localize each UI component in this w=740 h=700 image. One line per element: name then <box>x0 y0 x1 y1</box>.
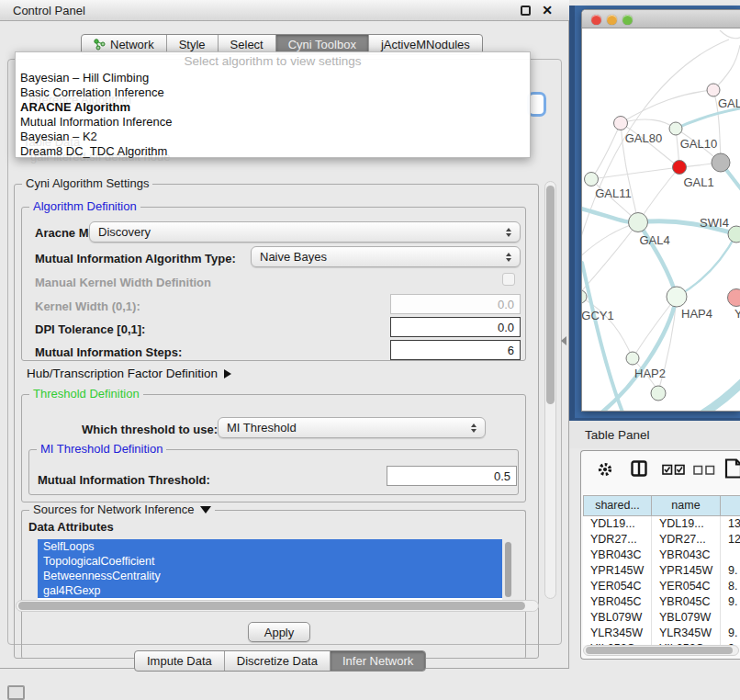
kernel-width-input[interactable]: 0.0 <box>390 294 521 314</box>
table-cell[interactable]: YER054C <box>652 579 721 594</box>
network-window-titlebar[interactable] <box>582 10 740 28</box>
table-cell[interactable]: YLR345W <box>652 626 721 641</box>
network-node[interactable] <box>626 352 639 365</box>
network-node[interactable] <box>728 289 740 307</box>
which-threshold-select[interactable]: MI Threshold <box>218 417 486 438</box>
column-header-a[interactable]: A <box>721 495 740 516</box>
table-cell[interactable]: YBL079W <box>652 610 721 626</box>
close-window-icon[interactable] <box>591 15 601 25</box>
which-threshold-label: Which threshold to use: <box>82 423 218 436</box>
table-cell[interactable]: YPR145W <box>652 563 721 579</box>
table-cell[interactable]: 12 <box>721 532 740 548</box>
table-cell[interactable]: YLR345W <box>583 626 652 641</box>
algorithm-options: Bayesian – Hill ClimbingBasic Correlatio… <box>16 71 530 159</box>
table-cell[interactable]: YBR043C <box>652 548 721 563</box>
network-node[interactable] <box>728 226 740 243</box>
table-row[interactable]: YBR043CYBR043C <box>583 548 740 563</box>
chevron-down-icon[interactable] <box>200 506 211 514</box>
column-header-shared-name[interactable]: shared... <box>583 495 652 516</box>
expander-label: Hub/Transcription Factor Definition <box>27 367 218 380</box>
tab-discretize-data[interactable]: Discretize Data <box>224 651 330 671</box>
table-cell[interactable]: 13 <box>721 516 740 532</box>
table-cell[interactable]: 9. <box>721 594 740 610</box>
table-row[interactable]: YLR345WYLR345W9. <box>583 626 740 641</box>
dpi-tolerance-input[interactable]: 0.0 <box>390 317 521 337</box>
hub-definition-expander[interactable]: Hub/Transcription Factor Definition <box>27 367 231 380</box>
algorithm-option[interactable]: Mutual Information Inference <box>16 115 530 130</box>
close-icon[interactable]: ✕ <box>542 3 553 17</box>
table-cell[interactable]: YDR27... <box>583 532 652 548</box>
network-canvas[interactable]: GALGAL80GAL10GAL1GAL11SWI4GAL4GCY1HAP4YH… <box>582 28 740 412</box>
docked-panel-icon[interactable] <box>7 685 25 700</box>
table-cell[interactable]: 9. <box>721 563 740 579</box>
network-node[interactable] <box>712 153 730 172</box>
splitter-collapse-arrow-icon[interactable] <box>561 336 566 345</box>
attribute-list-item[interactable]: gal4RGexp <box>38 583 502 598</box>
table-cell[interactable] <box>721 610 740 626</box>
select-all-icon[interactable] <box>662 464 686 475</box>
network-node[interactable] <box>629 213 648 232</box>
table-row[interactable]: YDR27...YDR27...12 <box>583 532 740 548</box>
settings-vertical-scrollbar[interactable] <box>544 181 556 599</box>
group-title: Algorithm Definition <box>29 199 140 213</box>
table-row[interactable]: YBR045CYBR045C9. <box>583 594 740 610</box>
network-icon <box>94 39 106 51</box>
table-panel-title: Table Panel <box>585 428 650 442</box>
table-cell[interactable]: 9. <box>721 626 740 641</box>
column-view-icon[interactable] <box>631 460 647 477</box>
list-scrollbar[interactable] <box>504 541 512 596</box>
float-icon[interactable] <box>521 6 531 16</box>
manual-kernel-checkbox[interactable] <box>502 273 515 286</box>
table-row[interactable]: YER054CYER054C8. <box>583 579 740 594</box>
tab-label: Infer Network <box>342 654 413 668</box>
mi-algorithm-type-select[interactable]: Naive Bayes <box>251 246 521 267</box>
table-cell[interactable]: YER054C <box>583 579 652 594</box>
settings-horizontal-scrollbar[interactable] <box>16 600 539 612</box>
table-cell[interactable]: YDL19... <box>652 516 721 532</box>
tab-impute-data[interactable]: Impute Data <box>135 651 224 671</box>
network-node[interactable] <box>673 161 687 175</box>
table-cell[interactable]: YBL079W <box>583 610 652 626</box>
attribute-list-item[interactable]: SelfLoops <box>38 539 502 554</box>
tab-infer-network[interactable]: Infer Network <box>330 651 425 671</box>
network-node[interactable] <box>582 290 587 303</box>
attribute-list-item[interactable]: BetweennessCentrality <box>38 569 502 583</box>
network-node[interactable] <box>614 117 628 130</box>
table-cell[interactable]: YBR045C <box>583 594 652 610</box>
network-node[interactable] <box>667 287 687 307</box>
table-body[interactable]: YDL19...YDL19...13YDR27...YDR27...12YBR0… <box>583 516 740 645</box>
network-node[interactable] <box>585 173 599 186</box>
table-cell[interactable]: YBR043C <box>583 548 652 563</box>
attribute-list-item[interactable]: TopologicalCoefficient <box>38 554 502 569</box>
mi-type-label: Mutual Information Algorithm Type: <box>35 252 236 265</box>
table-cell[interactable]: YDR27... <box>652 532 721 548</box>
table-cell[interactable] <box>721 548 740 563</box>
network-node[interactable] <box>669 122 682 135</box>
table-row[interactable]: YBL079WYBL079W <box>583 610 740 626</box>
aracne-mode-select[interactable]: Discovery <box>89 221 521 243</box>
page-icon[interactable] <box>724 458 740 479</box>
maximize-window-icon[interactable] <box>622 15 633 25</box>
algorithm-option[interactable]: Bayesian – K2 <box>16 130 530 144</box>
minimize-window-icon[interactable] <box>607 15 617 25</box>
data-attributes-list[interactable]: SelfLoopsTopologicalCoefficientBetweenne… <box>38 539 502 600</box>
table-row[interactable]: YPR145WYPR145W9. <box>583 563 740 579</box>
table-cell[interactable]: 8. <box>721 579 740 594</box>
data-attributes-label: Data Attributes <box>28 520 114 534</box>
table-cell[interactable]: YPR145W <box>583 563 652 579</box>
apply-button[interactable]: Apply <box>248 622 310 642</box>
gear-icon[interactable] <box>597 461 613 478</box>
table-row[interactable]: YDL19...YDL19...13 <box>583 516 740 532</box>
algorithm-option[interactable]: Bayesian – Hill Climbing <box>16 71 530 85</box>
table-horizontal-scrollbar[interactable] <box>583 645 739 656</box>
mi-steps-input[interactable]: 6 <box>390 340 521 360</box>
node-label: HAP4 <box>681 307 712 321</box>
deselect-all-icon[interactable] <box>693 465 715 475</box>
table-cell[interactable]: YDL19... <box>583 516 652 532</box>
column-header-name[interactable]: name <box>652 495 721 516</box>
network-node[interactable] <box>651 386 666 401</box>
stepper-icon <box>506 228 511 237</box>
mi-threshold-input[interactable]: 0.5 <box>387 466 517 486</box>
network-node[interactable] <box>707 84 720 96</box>
table-cell[interactable]: YBR045C <box>652 594 721 610</box>
